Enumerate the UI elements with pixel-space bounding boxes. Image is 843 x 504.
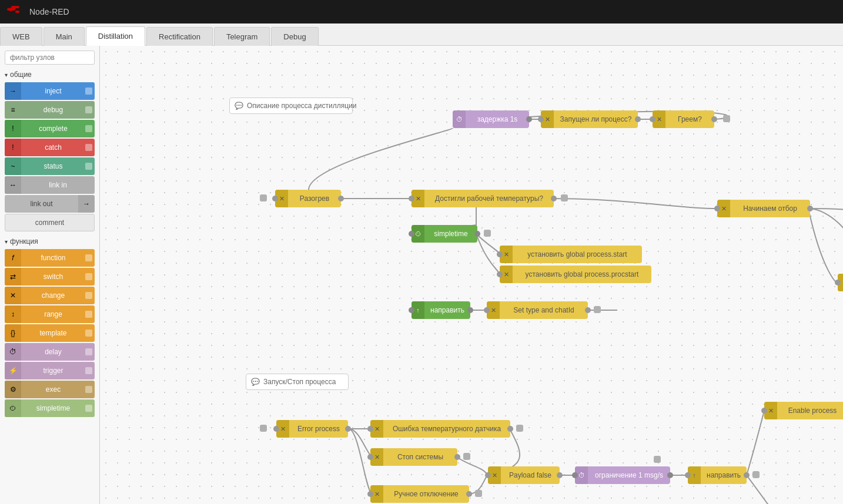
sidebar-item-inject[interactable]: → inject — [5, 82, 95, 100]
function-label: function — [21, 254, 85, 262]
sidebar-item-change[interactable]: ✕ change — [5, 287, 95, 304]
napravit1-port-right — [467, 307, 473, 313]
canvas[interactable]: 💬 Описание процесса дистилляции 💬 Запуск… — [100, 46, 843, 504]
comment-node-1[interactable]: 💬 Описание процесса дистилляции — [229, 98, 353, 114]
status-icon: ~ — [5, 157, 21, 175]
sidebar-item-complete[interactable]: ! complete — [5, 120, 95, 137]
ustglobal2-label: установить global process.procstart — [513, 270, 651, 278]
sidebar-item-comment[interactable]: comment — [5, 214, 95, 231]
comment-node-2[interactable]: 💬 Запуск/Стоп процесса — [246, 374, 349, 390]
linkout-icon: → — [78, 195, 95, 213]
sidebar-item-switch[interactable]: ⇄ switch — [5, 268, 95, 285]
linkin-icon: ↔ — [5, 176, 21, 194]
range-icon: ↕ — [5, 305, 21, 323]
node-settype[interactable]: ✕ Set type and chatId — [487, 301, 588, 319]
delay-label: delay — [21, 348, 85, 356]
errorproc-port-right — [345, 426, 351, 432]
exec-icon: ⚙ — [5, 381, 21, 398]
node-napravit2[interactable]: ↑ направить — [838, 274, 843, 291]
tab-debug[interactable]: Debug — [271, 27, 318, 46]
node-oshibka[interactable]: ✕ Ошибка температурного датчика — [370, 420, 510, 438]
stopsys-label: Стоп системы — [383, 453, 457, 461]
sidebar-item-linkout[interactable]: link out → — [5, 195, 95, 213]
node-razogrev[interactable]: ✕ Разогрев — [275, 190, 341, 207]
search-input[interactable] — [5, 51, 95, 65]
enableprocess-label: Enable process — [777, 406, 843, 415]
tab-web[interactable]: WEB — [0, 27, 42, 46]
node-ogranich[interactable]: ⏱ ограничение 1 msg/s — [575, 466, 670, 484]
zapuschen-port-right — [635, 116, 641, 122]
node-enableprocess[interactable]: ✕ Enable process — [764, 402, 843, 419]
svg-rect-2 — [15, 11, 19, 13]
napravit3-port-left — [685, 472, 691, 478]
node-nachinaem[interactable]: ✕ Начинаем отбор — [717, 200, 810, 217]
enableprocess-port-left — [761, 408, 767, 414]
debug-handle — [85, 106, 92, 113]
node-dostigli[interactable]: ✕ Достигли рабочей температуры? — [412, 190, 554, 207]
main-layout: ▾ общие → inject ≡ debug ! complete ! ca… — [0, 46, 843, 504]
comment-label: comment — [5, 219, 94, 227]
complete-handle — [85, 125, 92, 132]
tab-rectification[interactable]: Rectification — [146, 27, 213, 46]
sidebar-item-template[interactable]: {} template — [5, 324, 95, 342]
sidebar-item-linkin[interactable]: ↔ link in — [5, 176, 95, 194]
zaderjka-type-icon: ⏱ — [453, 110, 466, 128]
ustglobal1-label: установить global process.start — [513, 250, 642, 258]
node-napravit3[interactable]: ↑ направить — [688, 466, 747, 484]
node-stopsys[interactable]: ✕ Стоп системы — [370, 448, 457, 466]
tab-distillation[interactable]: Distillation — [86, 26, 145, 46]
node-zapuschen[interactable]: ✕ Запущен ли процесс? — [541, 110, 638, 128]
range-label: range — [21, 310, 85, 318]
node-ustglobal2[interactable]: ✕ установить global process.procstart — [500, 266, 651, 283]
node-napravit1[interactable]: ↑ направить — [412, 301, 470, 319]
linkout-label: link out — [5, 200, 78, 208]
napravit1-port-left — [409, 307, 414, 313]
function-icon: f — [5, 249, 21, 267]
tab-telegram[interactable]: Telegram — [214, 27, 270, 46]
sidebar-item-function[interactable]: f function — [5, 249, 95, 267]
sidebar-item-delay[interactable]: ⏱ delay — [5, 343, 95, 361]
delay-icon: ⏱ — [5, 343, 21, 361]
function-handle — [85, 254, 92, 261]
sidebar-item-exec[interactable]: ⚙ exec — [5, 381, 95, 398]
zaderjka-port-right — [526, 116, 532, 122]
node-payloadfalse[interactable]: ✕ Payload false — [488, 466, 560, 484]
delay-handle — [85, 348, 92, 355]
node-simpletime1[interactable]: ⏲ simpletime — [412, 225, 477, 243]
change-handle — [85, 292, 92, 299]
oshibka-label: Ошибка температурного датчика — [383, 425, 510, 433]
node-errorproc[interactable]: ✕ Error process — [276, 420, 348, 438]
app-logo — [7, 6, 24, 18]
complete-icon: ! — [5, 120, 21, 137]
node-ustglobal1[interactable]: ✕ установить global process.start — [500, 246, 642, 263]
ustglobal1-port-left — [497, 251, 503, 257]
section-header-common[interactable]: ▾ общие — [0, 68, 99, 81]
section-label-common: общие — [10, 70, 32, 79]
sidebar-item-catch[interactable]: ! catch — [5, 139, 95, 156]
sidebar-item-simpletime[interactable]: ⏲ simpletime — [5, 399, 95, 417]
sidebar-item-trigger[interactable]: ⚡ trigger — [5, 362, 95, 379]
nachinaem-label: Начинаем отбор — [730, 204, 810, 213]
ustglobal2-port-left — [497, 271, 503, 277]
template-label: template — [21, 329, 85, 337]
sidebar-item-range[interactable]: ↕ range — [5, 305, 95, 323]
razogrev-label: Разогрев — [288, 194, 341, 203]
sidebar-item-debug[interactable]: ≡ debug — [5, 101, 95, 119]
status-label: status — [21, 162, 85, 170]
oshibka-port-right — [507, 426, 513, 432]
zapuschen-label: Запущен ли процесс? — [554, 115, 638, 123]
settype-output-port — [594, 306, 601, 313]
sidebar-item-status[interactable]: ~ status — [5, 157, 95, 175]
section-header-function[interactable]: ▾ функция — [0, 235, 99, 248]
debug-icon: ≡ — [5, 101, 21, 119]
ogranich-label: ограничение 1 msg/s — [588, 471, 670, 479]
node-ruchnoe[interactable]: ✕ Ручное отключение — [370, 485, 469, 503]
node-greem[interactable]: ✕ Греем? — [653, 110, 714, 128]
tab-main[interactable]: Main — [44, 27, 85, 46]
node-zaderjka[interactable]: ⏱ задержка 1s — [453, 110, 529, 128]
ruchnoe-port-left — [367, 491, 373, 497]
settype-port-left — [484, 307, 490, 313]
complete-label: complete — [21, 125, 85, 133]
topbar: Node-RED — [0, 0, 843, 23]
nachinaem-port-left — [714, 206, 720, 211]
